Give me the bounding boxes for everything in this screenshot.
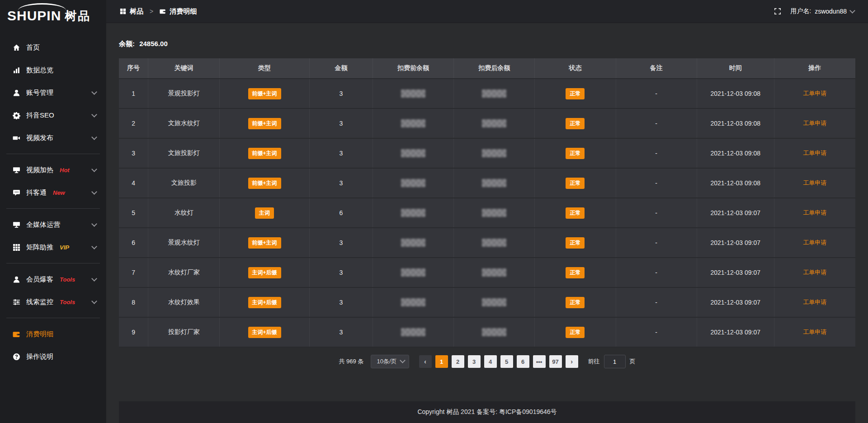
cell-remark: - [616,139,697,168]
fullscreen-icon[interactable] [774,8,781,15]
page-buttons: 123456•••97 [435,355,562,368]
page-button-2[interactable]: 2 [452,355,464,368]
balance-label: 余额: [119,40,135,47]
cell-remark: - [616,109,697,138]
user-icon [13,89,20,97]
chevron-down-icon [91,89,97,95]
cell-balance-before [373,198,454,227]
sidebar-item-label: 会员爆客 [26,275,53,284]
page-button-1[interactable]: 1 [435,355,448,368]
page-button-6[interactable]: 6 [517,355,529,368]
cell-time: 2021-12-03 09:07 [697,258,774,287]
sidebar-item-badge: Tools [60,276,75,283]
cell-balance-before [373,318,454,347]
sidebar-menu: 首页 数据总览 账号管理 抖音SEO 视频发布 视频加热Hot 抖客通New 全… [0,32,106,368]
consumption-table: 序号关键词类型金额扣费前余额扣费后余额状态备注时间操作 1 景观投影灯 前缀+主… [119,58,855,348]
content-area: 余额: 24856.00 序号关键词类型金额扣费前余额扣费后余额状态备注时间操作… [106,23,868,423]
user-menu[interactable]: 用户名: zswodun88 [790,7,854,15]
page-button-5[interactable]: 5 [500,355,513,368]
table-body: 1 景观投影灯 前缀+主词 3 正常 - 2021-12-03 09:08 工单… [119,79,855,348]
sidebar-item-video-publish[interactable]: 视频发布 [0,127,106,149]
redacted-value [482,89,506,98]
chevron-down-icon [400,357,406,363]
goto-page-input[interactable] [604,355,626,368]
sidebar-item-video-heat[interactable]: 视频加热Hot [0,159,106,181]
cell-remark: - [616,228,697,257]
page-button-97[interactable]: 97 [549,355,562,368]
cell-status: 正常 [535,288,616,317]
column-header: 序号 [119,58,148,78]
page-footer: Copyright 树品 2021 备案号: 粤ICP备09019646号 [119,401,855,423]
cell-no: 1 [119,79,148,108]
prev-page-button[interactable]: ‹ [419,355,432,368]
work-order-link[interactable]: 工单申请 [803,89,826,98]
cell-keyword: 文旅投影 [148,169,220,197]
next-page-button[interactable]: › [566,355,578,368]
work-order-link[interactable]: 工单申请 [803,268,826,277]
chevron-down-icon [91,134,97,140]
cell-no: 7 [119,258,148,287]
work-order-link[interactable]: 工单申请 [803,298,826,306]
work-order-link[interactable]: 工单申请 [803,119,826,127]
work-order-link[interactable]: 工单申请 [803,328,826,336]
type-badge: 主词 [255,207,274,219]
sidebar-item-badge: VIP [60,244,69,251]
table-row: 8 水纹灯效果 主词+后缀 3 正常 - 2021-12-03 09:07 工单… [119,288,855,318]
sidebar-item-data-overview[interactable]: 数据总览 [0,59,106,81]
sidebar-item-member-baoke[interactable]: 会员爆客Tools [0,268,106,291]
chevron-down-icon [849,8,855,14]
home-icon [13,44,20,52]
topbar-right: 用户名: zswodun88 [774,7,854,15]
redacted-value [401,119,425,127]
sidebar-item-matrix-boost[interactable]: 矩阵助推VIP [0,236,106,258]
chevron-down-icon [91,276,97,282]
status-badge: 正常 [566,88,585,99]
cell-status: 正常 [535,109,616,138]
type-badge: 前缀+主词 [248,237,281,249]
cell-balance-before [373,288,454,317]
cell-no: 4 [119,169,148,197]
sidebar-item-consume-detail[interactable]: 消费明细 [0,323,106,345]
work-order-link[interactable]: 工单申请 [803,179,826,187]
page-button-4[interactable]: 4 [484,355,497,368]
sidebar-item-douketong[interactable]: 抖客通New [0,181,106,204]
cell-keyword: 水纹灯厂家 [148,258,220,287]
sidebar-item-douyin-seo[interactable]: 抖音SEO [0,104,106,127]
page-size-select[interactable]: 10条/页 [371,355,409,368]
type-badge: 主词+后缀 [248,327,281,338]
redacted-value [482,239,506,247]
page-button-3[interactable]: 3 [468,355,481,368]
grid-icon [13,244,20,251]
column-header: 关键词 [148,58,220,78]
status-badge: 正常 [566,267,585,278]
cell-time: 2021-12-03 09:08 [697,79,774,108]
sidebar-item-account-manage[interactable]: 账号管理 [0,81,106,104]
chevron-down-icon [91,166,97,172]
chevron-down-icon [91,221,97,227]
sidebar-item-operation-guide[interactable]: 操作说明 [0,345,106,368]
work-order-link[interactable]: 工单申请 [803,239,826,247]
breadcrumb-separator: > [150,8,153,15]
video-icon [13,134,20,142]
chevron-down-icon [91,189,97,195]
cell-balance-before [373,139,454,168]
work-order-link[interactable]: 工单申请 [803,209,826,217]
sidebar-item-all-media[interactable]: 全媒体运营 [0,213,106,236]
cell-time: 2021-12-03 09:07 [697,198,774,227]
breadcrumb-item-home[interactable]: 树品 [130,7,143,16]
cell-status: 正常 [535,139,616,168]
column-header: 扣费后余额 [454,58,535,78]
cell-balance-before [373,258,454,287]
redacted-value [482,179,506,187]
cell-time: 2021-12-03 09:08 [697,139,774,168]
page-button-ellipsis[interactable]: ••• [533,355,546,368]
redacted-value [401,298,425,306]
cell-type: 前缀+主词 [220,109,310,138]
cell-keyword: 文旅投影灯 [148,139,220,168]
username-label: 用户名: [790,7,811,15]
sidebar-item-lead-monitor[interactable]: 线索监控Tools [0,291,106,313]
status-badge: 正常 [566,297,585,308]
work-order-link[interactable]: 工单申请 [803,149,826,157]
sidebar-item-home[interactable]: 首页 [0,36,106,59]
cell-no: 8 [119,288,148,317]
